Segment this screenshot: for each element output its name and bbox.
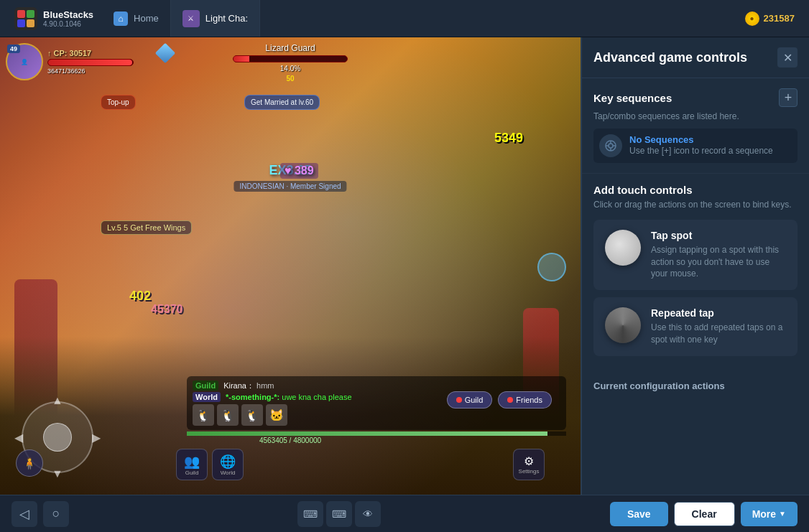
friends-btn-label: Friends — [516, 396, 542, 404]
game-viewport: 👤 49 ↑ CP: 30517 36471/36626 — [0, 37, 581, 495]
chevron-down-icon: ▼ — [779, 510, 786, 518]
arrow-down: ▼ — [52, 467, 63, 480]
key-sequences-section: Key sequences + Tap/combo sequences are … — [582, 78, 809, 174]
friends-notification-dot — [507, 397, 513, 403]
bluestacks-logo: BlueStacks 4.90.0.1046 — [6, 7, 102, 30]
svg-rect-2 — [17, 10, 25, 18]
repeated-tap-card[interactable]: Repeated tap Use this to add repeated ta… — [593, 297, 798, 356]
world-icon-btn[interactable]: 🌐 World — [212, 449, 244, 480]
save-button[interactable]: Save — [610, 502, 668, 526]
tab-home[interactable]: ⌂ Home — [102, 0, 171, 37]
tab-game-label: Light Cha: — [205, 13, 248, 24]
more-label: More — [752, 508, 776, 520]
repeated-tap-info: Repeated tap Use this to add repeated ta… — [651, 307, 786, 346]
tap-spot-desc: Assign tapping on a spot with this actio… — [651, 244, 786, 280]
world-icon-area: 🌐 World — [212, 449, 244, 480]
panel-action-buttons: Save Clear More ▼ — [610, 502, 798, 526]
key-seq-title: Key sequences — [593, 92, 672, 104]
chat-sender-1: Kirana： — [223, 381, 254, 390]
guild-btn[interactable]: Guild — [447, 391, 493, 409]
tap-spot-icon — [605, 230, 641, 266]
emoji-1: 🐧 — [193, 404, 214, 426]
game-hud: 👤 49 ↑ CP: 30517 36471/36626 — [0, 37, 581, 495]
app-version: 4.90.0.1046 — [43, 20, 93, 28]
chat-msg-1: hmm — [256, 381, 274, 390]
tap-spot-name: Tap spot — [651, 230, 786, 241]
add-touch-section: Add touch controls Click or drag the act… — [582, 174, 809, 373]
coins-display: ● 231587 — [745, 11, 803, 26]
svg-point-7 — [609, 144, 613, 148]
keyboard-btns: ⌨ ⌨ 👁 — [297, 501, 381, 527]
bluestacks-logo-icon — [14, 7, 37, 30]
back-button[interactable]: ◁ — [11, 501, 37, 527]
svg-rect-5 — [27, 19, 34, 27]
coins-value: 231587 — [764, 13, 795, 24]
chat-sender-2: *-something-*: — [226, 393, 279, 401]
bottom-nav-btns: ◁ ○ — [11, 501, 69, 527]
exp-bar-area — [187, 431, 566, 436]
exp-text: 4563405 / 4800000 — [259, 437, 321, 444]
no-seq-icon — [599, 134, 622, 157]
key-seq-desc: Tap/combo sequences are listed here. — [593, 111, 798, 121]
emoji-4: 🐱 — [266, 404, 287, 426]
tap-spot-card[interactable]: Tap spot Assign tapping on a spot with t… — [593, 220, 798, 290]
character-sit-btn[interactable]: 🧍 — [16, 449, 43, 477]
panel-title: Advanced game controls — [593, 50, 747, 65]
arrow-right: ▶ — [92, 431, 101, 444]
panel-close-button[interactable]: ✕ — [777, 47, 798, 67]
add-touch-desc: Click or drag the actions on the screen … — [593, 199, 798, 211]
svg-rect-3 — [27, 10, 34, 18]
right-side-btn[interactable] — [537, 253, 566, 281]
main-area: 👤 49 ↑ CP: 30517 36471/36626 — [0, 37, 809, 495]
emoji-3: 🐧 — [241, 404, 263, 426]
keyboard-btn-2[interactable]: ⌨ — [326, 501, 352, 527]
svg-rect-4 — [17, 19, 25, 27]
repeated-tap-name: Repeated tap — [651, 307, 786, 319]
key-seq-header: Key sequences + — [593, 88, 798, 107]
more-button[interactable]: More ▼ — [741, 502, 798, 526]
panel-header: Advanced game controls ✕ — [582, 37, 809, 78]
tab-game[interactable]: ⚔ Light Cha: — [171, 0, 260, 37]
bottom-bar: ◁ ○ ⌨ ⌨ 👁 Save Clear More ▼ — [0, 495, 809, 532]
tab-home-label: Home — [134, 13, 159, 24]
arrow-left: ◀ — [14, 431, 23, 444]
arrow-up: ▲ — [52, 394, 63, 407]
home-button[interactable]: ○ — [43, 501, 69, 527]
guild-notification-dot — [456, 397, 462, 403]
exp-fill — [187, 431, 547, 436]
world-tag: World — [193, 392, 221, 402]
guild-friends-btns: Guild Friends — [447, 391, 552, 409]
no-sequences-desc: Use the [+] icon to record a sequence — [629, 145, 792, 157]
side-panel: Advanced game controls ✕ Key sequences +… — [581, 37, 809, 495]
settings-btn[interactable]: ⚙ Settings — [513, 449, 545, 480]
guild-world-icons: 👥 Guild — [176, 449, 208, 480]
top-bar: BlueStacks 4.90.0.1046 ⌂ Home ⚔ Light Ch… — [0, 0, 809, 37]
add-touch-title: Add touch controls — [593, 184, 798, 196]
emoji-2: 🐧 — [217, 404, 239, 426]
app-name: BlueStacks — [43, 9, 93, 20]
keyboard-btn-1[interactable]: ⌨ — [297, 501, 323, 527]
no-sequences-area: No Sequences Use the [+] icon to record … — [593, 129, 798, 163]
clear-button[interactable]: Clear — [674, 502, 735, 526]
no-sequences-link[interactable]: No Sequences — [629, 134, 792, 145]
no-seq-text: No Sequences Use the [+] icon to record … — [629, 134, 792, 157]
tap-spot-info: Tap spot Assign tapping on a spot with t… — [651, 230, 786, 280]
chat-line-1: Guild Kirana： hmm — [193, 381, 560, 391]
current-config-title: Current configuration actions — [593, 381, 798, 391]
add-sequence-button[interactable]: + — [779, 88, 798, 107]
game-icon: ⚔ — [182, 10, 200, 27]
home-icon: ⌂ — [114, 11, 128, 26]
friends-btn[interactable]: Friends — [498, 391, 552, 409]
repeated-tap-icon — [605, 307, 641, 343]
guild-tag: Guild — [193, 381, 218, 391]
chat-msg-2: uwe kna cha please — [282, 393, 351, 401]
coin-icon: ● — [745, 11, 759, 26]
guild-btn-label: Guild — [465, 396, 484, 404]
guild-icon-btn[interactable]: 👥 Guild — [176, 449, 208, 480]
repeated-tap-desc: Use this to add repeated taps on a spot … — [651, 322, 786, 346]
current-config-section: Current configuration actions — [582, 373, 809, 394]
view-btn[interactable]: 👁 — [355, 501, 381, 527]
